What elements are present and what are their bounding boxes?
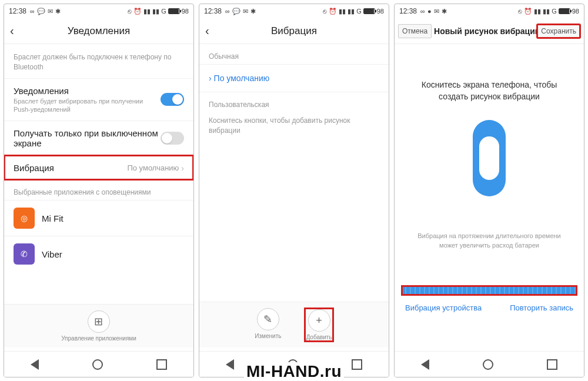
tap-area[interactable]: Коснитесь экрана телефона, чтобы создать… bbox=[395, 44, 584, 377]
watermark: MI-HAND.ru bbox=[244, 362, 344, 381]
signal1-icon: ▮▮ bbox=[339, 8, 346, 15]
cancel-button[interactable]: Отмена bbox=[398, 24, 432, 38]
manage-apps-label: Управление приложениями bbox=[61, 335, 136, 342]
home-softkey[interactable] bbox=[92, 359, 103, 370]
recent-softkey[interactable] bbox=[352, 359, 362, 370]
dot-icon: ● bbox=[427, 8, 432, 15]
save-button[interactable]: Сохранить bbox=[537, 24, 580, 38]
message-icon: ✉ bbox=[243, 8, 248, 15]
bluetooth-icon: ✱ bbox=[250, 8, 256, 15]
nfc-icon: ⎋ bbox=[323, 8, 327, 15]
alarm-icon: ⏰ bbox=[524, 8, 532, 15]
back-button[interactable]: ‹ bbox=[205, 24, 219, 38]
vibration-pattern-bar bbox=[402, 286, 577, 295]
edit-button[interactable]: ✎ Изменить bbox=[255, 308, 281, 342]
android-softkeys bbox=[395, 351, 584, 377]
custom-hint: Коснитесь кнопки, чтобы добавить рисунок… bbox=[199, 112, 389, 142]
phone-screen-vibration: 12:38 ∞ 💬 ✉ ✱ ⎋ ⏰ ▮▮ ▮▮ G 98 ‹ Вибрация bbox=[199, 4, 389, 377]
status-bar: 12:38 ∞ ● ✉ ✱ ⎋ ⏰ ▮▮ ▮▮ G 98 bbox=[395, 4, 584, 18]
recent-softkey[interactable] bbox=[547, 359, 557, 370]
edit-icon: ✎ bbox=[257, 308, 279, 330]
chat-icon: 💬 bbox=[37, 8, 45, 15]
back-softkey[interactable] bbox=[31, 359, 39, 370]
page-title: Новый рисунок вибрации bbox=[432, 26, 537, 36]
status-time: 12:38 bbox=[204, 7, 222, 15]
back-button[interactable]: ‹ bbox=[10, 24, 24, 38]
back-softkey[interactable] bbox=[421, 359, 429, 370]
chevron-right-icon: › bbox=[181, 163, 184, 173]
bluetooth-hint: Браслет должен быть подключен к телефону… bbox=[4, 44, 193, 78]
battery-percent: 98 bbox=[572, 8, 579, 15]
notifications-row[interactable]: Уведомления Браслет будет вибрировать пр… bbox=[4, 78, 193, 121]
vibration-label: Вибрация bbox=[14, 163, 127, 173]
section-normal: Обычная bbox=[199, 44, 389, 64]
battery-percent: 98 bbox=[377, 8, 384, 15]
tap-message: Коснитесь экрана телефона, чтобы создать… bbox=[406, 79, 572, 102]
app-row-mifit[interactable]: ◎ Mi Fit bbox=[4, 200, 193, 236]
back-softkey[interactable] bbox=[226, 359, 234, 370]
grid-icon: ⊞ bbox=[88, 310, 110, 333]
notifications-sub: Браслет будет вибрировать при получении … bbox=[14, 97, 161, 114]
page-title: Вибрация bbox=[219, 25, 369, 37]
app-mifit-label: Mi Fit bbox=[42, 213, 64, 223]
battery-icon bbox=[559, 8, 570, 14]
infinity-icon: ∞ bbox=[30, 8, 35, 15]
vibration-value: По умолчанию bbox=[127, 163, 179, 172]
plus-icon: + bbox=[308, 309, 330, 332]
screen-off-label: Получать только при выключенном экране bbox=[14, 128, 161, 148]
battery-percent: 98 bbox=[182, 8, 189, 15]
bluetooth-icon: ✱ bbox=[442, 8, 447, 15]
navbar: ‹ Уведомления bbox=[4, 18, 193, 44]
phone-screen-new-pattern: 12:38 ∞ ● ✉ ✱ ⎋ ⏰ ▮▮ ▮▮ G 98 Отмена Новы… bbox=[394, 4, 584, 377]
navbar: Отмена Новый рисунок вибрации Сохранить bbox=[395, 18, 584, 44]
edit-label: Изменить bbox=[255, 333, 281, 339]
apps-header: Выбранные приложения с оповещениями bbox=[4, 180, 193, 200]
notifications-toggle[interactable] bbox=[161, 93, 184, 106]
status-bar: 12:38 ∞ 💬 ✉ ✱ ⎋ ⏰ ▮▮ ▮▮ G 98 bbox=[199, 4, 389, 18]
default-vibration-row[interactable]: › По умолчанию bbox=[199, 64, 389, 92]
battery-warning: Вибрация на протяжении длительного време… bbox=[406, 232, 572, 250]
signal1-icon: ▮▮ bbox=[143, 8, 151, 15]
manage-apps-button[interactable]: ⊞ Управление приложениями bbox=[61, 310, 136, 342]
infinity-icon: ∞ bbox=[225, 8, 230, 15]
notifications-label: Уведомления bbox=[14, 86, 161, 96]
add-button[interactable]: + Добавить bbox=[305, 308, 333, 342]
status-time: 12:38 bbox=[399, 7, 417, 15]
alarm-icon: ⏰ bbox=[133, 8, 142, 15]
bluetooth-icon: ✱ bbox=[55, 8, 61, 15]
status-bar: 12:38 ∞ 💬 ✉ ✱ ⎋ ⏰ ▮▮ ▮▮ G 98 bbox=[4, 4, 193, 18]
repeat-record-link[interactable]: Повторить запись bbox=[510, 303, 573, 312]
battery-icon bbox=[168, 8, 180, 14]
nfc-icon: ⎋ bbox=[518, 8, 522, 15]
gprs-icon: G bbox=[356, 8, 362, 15]
home-softkey[interactable] bbox=[483, 359, 493, 370]
band-illustration bbox=[473, 120, 506, 196]
page-title: Уведомления bbox=[24, 25, 173, 37]
screen-off-row[interactable]: Получать только при выключенном экране bbox=[4, 121, 193, 155]
add-label: Добавить bbox=[306, 334, 332, 340]
navbar: ‹ Вибрация bbox=[199, 18, 389, 44]
app-viber-label: Viber bbox=[42, 249, 62, 259]
signal2-icon: ▮▮ bbox=[152, 8, 159, 15]
infinity-icon: ∞ bbox=[420, 8, 425, 15]
vibration-row[interactable]: Вибрация По умолчанию › bbox=[4, 155, 193, 180]
screen-off-toggle[interactable] bbox=[161, 132, 184, 145]
chat-icon: 💬 bbox=[232, 8, 240, 15]
signal2-icon: ▮▮ bbox=[348, 8, 355, 15]
alarm-icon: ⏰ bbox=[329, 8, 337, 15]
message-icon: ✉ bbox=[48, 8, 53, 15]
status-time: 12:38 bbox=[9, 7, 26, 15]
signal1-icon: ▮▮ bbox=[534, 8, 541, 15]
recent-softkey[interactable] bbox=[156, 359, 167, 370]
section-custom: Пользовательская bbox=[199, 92, 389, 112]
nfc-icon: ⎋ bbox=[128, 8, 132, 15]
signal2-icon: ▮▮ bbox=[543, 8, 550, 15]
message-icon: ✉ bbox=[434, 8, 439, 15]
viber-icon: ✆ bbox=[14, 243, 35, 265]
gprs-icon: G bbox=[552, 8, 557, 15]
battery-icon bbox=[363, 8, 375, 14]
device-vibration-link[interactable]: Вибрация устройства bbox=[405, 303, 482, 312]
gprs-icon: G bbox=[161, 8, 166, 15]
app-row-viber[interactable]: ✆ Viber bbox=[4, 236, 193, 272]
default-link[interactable]: › По умолчанию bbox=[209, 73, 269, 83]
